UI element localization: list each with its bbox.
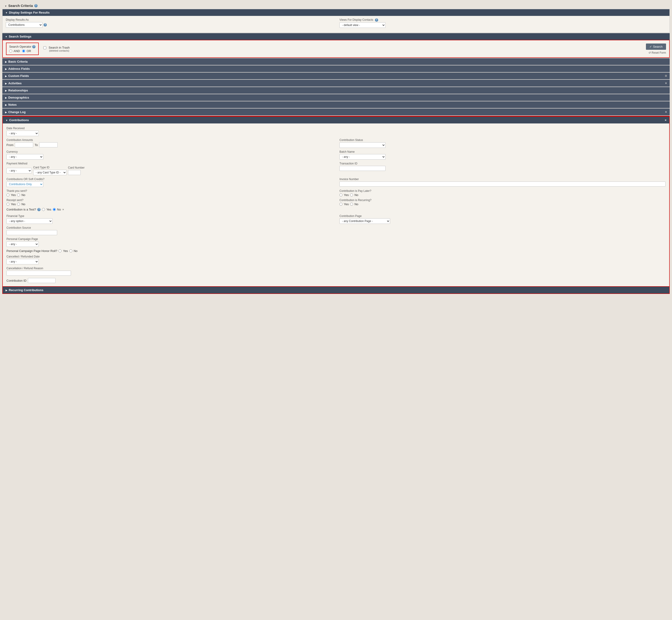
personal-campaign-group: Personal Campaign Page - any - xyxy=(6,238,666,247)
thankyou-yes-radio[interactable] xyxy=(6,194,9,197)
contributions-close[interactable]: × xyxy=(665,118,667,122)
contribution-page-select[interactable]: - any Contribution Page - xyxy=(339,218,390,224)
receipt-yes[interactable]: Yes xyxy=(6,202,16,206)
cancellation-reason-label: Cancellation / Refund Reason xyxy=(6,267,666,270)
views-group: Views For Display Contacts ? - default v… xyxy=(339,18,666,28)
search-criteria-arrow[interactable] xyxy=(5,4,7,8)
and-radio[interactable] xyxy=(9,50,12,53)
card-number-label: Card Number xyxy=(68,166,85,169)
source-input[interactable] xyxy=(6,230,57,235)
contributions-section: Contributions × Date Received - any - Co… xyxy=(2,116,670,294)
or-radio[interactable] xyxy=(22,50,25,53)
financial-page-row: Financial Type - any option - Contributi… xyxy=(6,214,666,224)
test-no-radio[interactable] xyxy=(53,208,56,211)
financial-type-select[interactable]: - any option - xyxy=(6,218,53,224)
currency-select[interactable]: - any - xyxy=(6,154,43,160)
test-yes[interactable]: Yes xyxy=(42,208,51,211)
thankyou-no-radio[interactable] xyxy=(17,194,20,197)
honor-roll-yes[interactable]: Yes xyxy=(58,249,68,253)
trash-checkbox[interactable] xyxy=(43,46,46,49)
receipt-yes-radio[interactable] xyxy=(6,203,9,206)
activities-header[interactable]: Activities × xyxy=(2,80,670,87)
demographics-header[interactable]: Demographics xyxy=(2,94,670,101)
payment-method-select[interactable]: - any - xyxy=(6,168,32,173)
amount-from-input[interactable] xyxy=(15,142,33,147)
operator-help[interactable]: ? xyxy=(32,45,36,48)
recurring-contributions-header[interactable]: Recurring Contributions xyxy=(3,286,669,294)
test-yes-radio[interactable] xyxy=(42,208,45,211)
thankyou-no[interactable]: No xyxy=(17,193,26,197)
search-button[interactable]: ✓ Search xyxy=(646,44,666,50)
test-no-label: No xyxy=(57,208,61,211)
contributions-header[interactable]: Contributions × xyxy=(3,116,669,123)
trash-label[interactable]: Search in Trash (deleted contacts) xyxy=(43,46,641,52)
notes-label: Notes xyxy=(8,103,16,106)
page-help-icon[interactable]: ? xyxy=(34,4,38,7)
card-type-select[interactable]: - any Card Type ID - xyxy=(33,170,66,175)
honor-roll-yes-radio[interactable] xyxy=(58,249,61,252)
contributions-title: Contributions xyxy=(9,118,29,122)
soft-credits-select[interactable]: Contributions Only xyxy=(6,182,43,187)
address-fields-header[interactable]: Address Fields xyxy=(2,65,670,72)
activities-close[interactable]: × xyxy=(665,81,667,85)
display-results-help[interactable]: ? xyxy=(44,23,47,27)
test-help[interactable]: ? xyxy=(37,208,41,211)
honor-roll-no-radio[interactable] xyxy=(69,249,73,252)
custom-fields-header[interactable]: Custom Fields ⊞ xyxy=(2,72,670,79)
recurring-yes[interactable]: Yes xyxy=(339,202,349,206)
paylater-no-radio[interactable] xyxy=(350,194,353,197)
paylater-no[interactable]: No xyxy=(350,193,358,197)
status-select[interactable] xyxy=(339,142,386,148)
recurring-label: Recurring Contributions xyxy=(9,288,43,292)
activities-label: Activities xyxy=(8,82,22,85)
reset-button[interactable]: ↺ Reset Form xyxy=(649,51,666,54)
display-settings-header[interactable]: Display Settings For Results xyxy=(3,9,669,16)
thankyou-yes[interactable]: Yes xyxy=(6,193,16,197)
paylater-yes[interactable]: Yes xyxy=(339,193,349,197)
card-number-group: Card Number xyxy=(68,166,85,175)
basic-criteria-label: Basic Criteria xyxy=(8,60,28,63)
relationships-arrow xyxy=(5,89,7,92)
status-label: Contribution Status xyxy=(339,139,666,142)
and-option[interactable]: AND xyxy=(9,49,20,53)
views-select[interactable]: - default view - xyxy=(339,22,386,28)
date-received-group: Date Received - any - xyxy=(6,127,666,136)
honor-roll-yes-label: Yes xyxy=(63,249,68,253)
batch-select[interactable]: - any - xyxy=(339,154,386,160)
relationships-header[interactable]: Relationships xyxy=(2,87,670,94)
views-help[interactable]: ? xyxy=(375,18,378,22)
amount-to-input[interactable] xyxy=(39,142,58,147)
batch-label: Batch Name xyxy=(339,150,666,153)
search-settings-header[interactable]: Search Settings xyxy=(2,33,670,40)
invoice-group: Invoice Number xyxy=(339,177,666,187)
invoice-input[interactable] xyxy=(339,182,666,187)
contribution-id-input[interactable] xyxy=(28,278,55,283)
date-received-select[interactable]: - any - xyxy=(6,131,39,136)
display-results-group: Display Results As Contributions ? xyxy=(6,18,333,28)
change-log-close[interactable]: × xyxy=(665,110,667,114)
receipt-no[interactable]: No xyxy=(17,202,26,206)
transaction-input[interactable] xyxy=(339,166,386,171)
card-number-input[interactable] xyxy=(68,170,81,175)
test-no[interactable]: No xyxy=(53,208,61,211)
or-option[interactable]: OR xyxy=(22,49,31,53)
search-actions: ✓ Search ↺ Reset Form xyxy=(646,44,666,54)
cancelled-date-select[interactable]: - any - xyxy=(6,259,39,264)
paylater-yes-radio[interactable] xyxy=(339,194,342,197)
cancellation-reason-input[interactable] xyxy=(6,271,71,276)
personal-campaign-select[interactable]: - any - xyxy=(6,241,39,247)
recurring-yes-radio[interactable] xyxy=(339,203,342,206)
recurring-no-radio[interactable] xyxy=(350,203,353,206)
amounts-status-row: Contribution Amounts From To Contributio… xyxy=(6,139,666,148)
basic-criteria-header[interactable]: Basic Criteria xyxy=(2,58,670,65)
display-results-select[interactable]: Contributions xyxy=(6,22,43,28)
contribution-id-label: Contribution ID xyxy=(6,279,27,282)
change-log-header[interactable]: Change Log × xyxy=(2,108,670,115)
test-clear[interactable]: × xyxy=(62,208,64,211)
test-group: Contribution is a Test? ? Yes No × xyxy=(6,208,666,211)
recurring-no[interactable]: No xyxy=(350,202,358,206)
receipt-no-radio[interactable] xyxy=(17,203,20,206)
honor-roll-no[interactable]: No xyxy=(69,249,78,253)
notes-header[interactable]: Notes xyxy=(2,101,670,108)
currency-label: Currency xyxy=(6,150,333,153)
